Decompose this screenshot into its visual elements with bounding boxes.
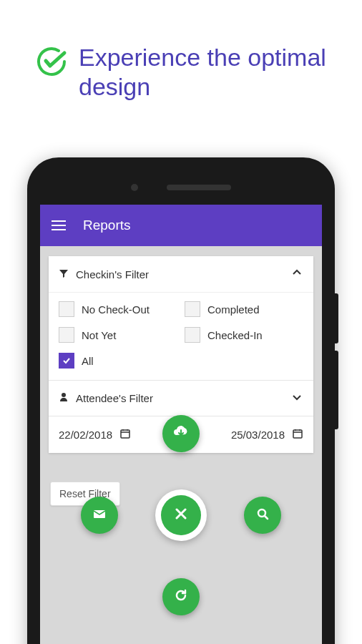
checkbox-no-check-out[interactable]: No Check-Out [59,301,177,317]
app-bar: Reports [40,205,322,246]
fab-refresh-button[interactable] [162,578,200,615]
app-bar-title: Reports [83,218,131,233]
chevron-down-icon [290,391,303,406]
checkbox-label: Completed [207,303,260,316]
mail-icon [91,505,108,525]
refresh-icon [172,587,190,607]
calendar-icon [119,428,131,441]
svg-rect-5 [293,430,302,438]
app-screen: Reports Checkin's Filter No C [40,205,322,644]
promo-header: Experience the optimal design [0,0,362,123]
checkbox-label: All [82,355,94,367]
phone-side-button [335,351,338,429]
checkbox-not-yet[interactable]: Not Yet [59,327,177,343]
filter-icon [59,268,69,280]
svg-rect-1 [121,430,129,438]
fab-search-button[interactable] [244,497,281,534]
date-from-value: 22/02/2018 [59,429,112,441]
checkmark-circle-icon [36,46,67,80]
svg-point-0 [62,393,66,397]
chevron-up-icon [290,266,303,282]
search-icon [254,505,271,525]
checkbox-label: Not Yet [82,329,116,341]
phone-side-button [335,293,338,343]
attendee-filter-header[interactable]: Attendee's Filter [49,380,313,416]
checkbox-checked-in[interactable]: Checked-In [185,327,303,343]
svg-line-11 [265,516,268,519]
fab-close-button[interactable] [155,489,207,541]
checkbox-icon [185,301,200,317]
calendar-icon [292,428,303,441]
checkin-filter-title: Checkin's Filter [76,268,149,280]
checkbox-icon [59,301,74,317]
phone-notch [40,170,322,205]
close-icon [172,504,190,526]
fab-email-button[interactable] [81,497,118,534]
checkin-filter-header[interactable]: Checkin's Filter [49,256,313,293]
menu-icon[interactable] [52,220,66,230]
attendee-filter-title: Attendee's Filter [76,392,153,404]
fab-download-button[interactable] [162,415,200,452]
checkbox-icon [185,327,200,343]
checkbox-all[interactable]: All [59,353,177,369]
phone-frame: Reports Checkin's Filter No C [27,157,335,644]
checkin-filter-body: No Check-Out Completed Not Yet Checked-I… [49,293,313,380]
person-icon [59,392,69,404]
checkbox-icon [59,327,74,343]
checkbox-label: Checked-In [207,329,263,341]
checkbox-checked-icon [59,353,74,369]
phone-camera [131,184,138,191]
date-from-field[interactable]: 22/02/2018 [59,428,131,441]
promo-text: Experience the optimal design [79,43,333,102]
date-to-value: 25/03/2018 [231,429,285,441]
cloud-download-icon [172,423,190,444]
date-to-field[interactable]: 25/03/2018 [231,428,303,441]
phone-speaker [167,185,231,190]
checkbox-completed[interactable]: Completed [185,301,303,317]
checkbox-label: No Check-Out [82,303,150,316]
